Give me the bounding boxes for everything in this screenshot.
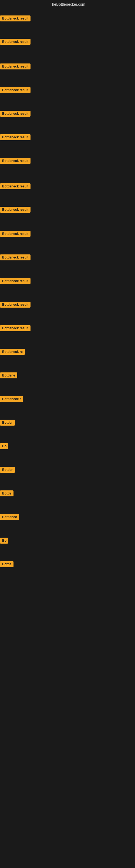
bottleneck-result-item-23: Bo [0, 538, 8, 545]
bottleneck-result-item-10: Bottleneck result [0, 231, 31, 238]
bottleneck-badge-21: Bottle [0, 490, 13, 496]
bottleneck-result-item-20: Bottler [0, 467, 15, 474]
bottleneck-result-item-17: Bottleneck r [0, 396, 23, 403]
bottleneck-badge-11: Bottleneck result [0, 254, 31, 260]
bottleneck-result-item-18: Bottler [0, 420, 15, 427]
bottleneck-result-item-2: Bottleneck result [0, 39, 31, 46]
bottleneck-badge-13: Bottleneck result [0, 302, 31, 308]
bottleneck-badge-2: Bottleneck result [0, 39, 31, 45]
bottleneck-result-item-14: Bottleneck result [0, 325, 31, 332]
bottleneck-result-item-24: Bottle [0, 561, 13, 568]
bottleneck-result-item-7: Bottleneck result [0, 158, 31, 165]
bottleneck-result-item-4: Bottleneck result [0, 87, 31, 94]
bottleneck-result-item-16: Bottlene [0, 372, 17, 379]
bottleneck-badge-9: Bottleneck result [0, 207, 31, 213]
bottleneck-result-item-13: Bottleneck result [0, 302, 31, 309]
bottleneck-badge-5: Bottleneck result [0, 111, 31, 117]
bottleneck-badge-6: Bottleneck result [0, 134, 31, 140]
bottleneck-badge-8: Bottleneck result [0, 183, 31, 189]
bottleneck-result-item-12: Bottleneck result [0, 278, 31, 285]
bottleneck-badge-4: Bottleneck result [0, 87, 31, 93]
bottleneck-result-item-22: Bottlenec [0, 514, 19, 521]
bottleneck-badge-10: Bottleneck result [0, 231, 31, 237]
bottleneck-badge-18: Bottler [0, 420, 15, 426]
bottleneck-result-item-1: Bottleneck result [0, 16, 31, 23]
bottleneck-badge-15: Bottleneck re [0, 349, 25, 355]
bottleneck-badge-7: Bottleneck result [0, 158, 31, 164]
bottleneck-badge-23: Bo [0, 538, 8, 544]
bottleneck-badge-22: Bottlenec [0, 514, 19, 520]
bottleneck-result-item-6: Bottleneck result [0, 134, 31, 141]
bottleneck-result-item-5: Bottleneck result [0, 111, 31, 118]
bottleneck-result-item-9: Bottleneck result [0, 207, 31, 214]
bottleneck-badge-24: Bottle [0, 561, 13, 567]
bottleneck-result-item-15: Bottleneck re [0, 349, 25, 356]
bottleneck-badge-3: Bottleneck result [0, 63, 31, 69]
bottleneck-badge-16: Bottlene [0, 372, 17, 378]
bottleneck-badge-14: Bottleneck result [0, 325, 31, 331]
bottleneck-badge-20: Bottler [0, 467, 15, 473]
site-title: TheBottlenecker.com [0, 0, 135, 9]
bottleneck-result-item-3: Bottleneck result [0, 63, 31, 70]
bottleneck-badge-19: Bo [0, 443, 8, 449]
bottleneck-badge-17: Bottleneck r [0, 396, 23, 402]
bottleneck-result-item-19: Bo [0, 443, 8, 450]
bottleneck-result-item-8: Bottleneck result [0, 183, 31, 190]
bottleneck-result-item-21: Bottle [0, 490, 13, 497]
bottleneck-result-item-11: Bottleneck result [0, 254, 31, 261]
bottleneck-badge-12: Bottleneck result [0, 278, 31, 284]
bottleneck-badge-1: Bottleneck result [0, 16, 31, 22]
